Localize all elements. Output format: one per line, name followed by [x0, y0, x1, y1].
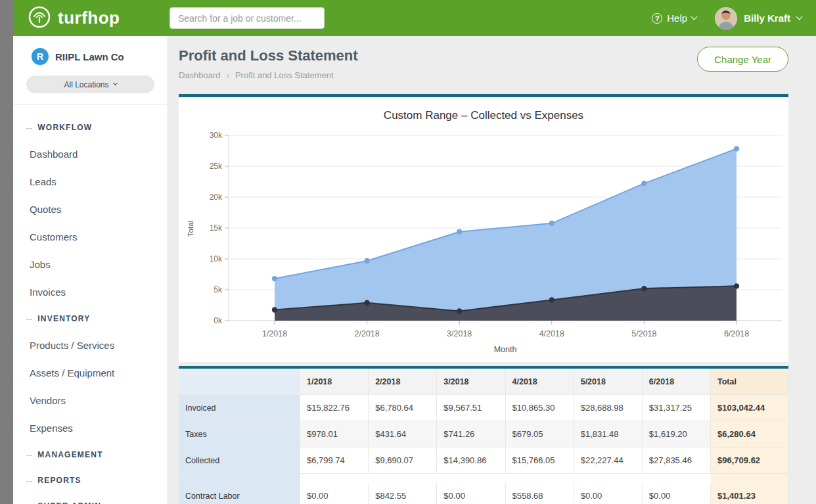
table-row-taxes: Taxes$978.01$431.64$741.26$679.05$1,831.…	[179, 421, 788, 447]
collected-point[interactable]	[364, 258, 369, 263]
x-axis-title: Month	[494, 345, 517, 354]
sidebar-item-dashboard[interactable]: Dashboard	[13, 141, 168, 168]
section-dash-icon: --	[26, 313, 32, 325]
table-cell: $679.05	[506, 421, 574, 447]
section-label: INVENTORY	[37, 313, 90, 325]
top-navbar: turfhop ? Help	[13, 0, 816, 36]
chart-title: Custom Range – Collected vs Expenses	[179, 97, 788, 124]
help-menu[interactable]: ? Help	[652, 12, 696, 24]
global-search-input[interactable]	[170, 7, 325, 29]
sidebar-section-workflow[interactable]: --WORKFLOW	[13, 115, 168, 141]
y-axis-title: Total	[187, 221, 194, 237]
section-label: WORKFLOW	[37, 122, 92, 133]
table-cell: $22,227.44	[574, 447, 643, 474]
table-cell: $741.26	[437, 421, 505, 447]
expenses-point[interactable]	[549, 297, 555, 302]
spacer-gap-cell	[300, 474, 711, 483]
sidebar-section-inventory[interactable]: --INVENTORY	[13, 306, 168, 332]
table-cell: $0.00	[437, 483, 505, 504]
table-cell: $9,690.07	[369, 447, 437, 474]
expenses-point[interactable]	[641, 286, 646, 291]
change-year-button[interactable]: Change Year	[697, 47, 788, 72]
turfhop-logo-icon	[28, 5, 51, 32]
collected-point[interactable]	[641, 181, 646, 186]
title-block: Profit and Loss Statement Dashboard › Pr…	[179, 47, 358, 81]
row-total: $1,401.23	[711, 483, 788, 504]
table-cell: $978.01	[300, 421, 369, 447]
table-cell: $0.00	[300, 483, 369, 504]
expenses-point[interactable]	[364, 300, 369, 306]
table-cell: $842.55	[369, 483, 437, 504]
sidebar-section-management[interactable]: --MANAGEMENT	[13, 442, 168, 468]
sidebar-item-quotes[interactable]: Quotes	[13, 196, 168, 223]
table-cell: $1,831.48	[574, 421, 643, 447]
brand-name: turfhop	[58, 8, 120, 28]
table-header-3-2018: 3/2018	[437, 369, 505, 395]
sidebar-item-vendors[interactable]: Vendors	[13, 387, 168, 415]
breadcrumb-current: Profit and Loss Statement	[235, 70, 334, 81]
x-tick-label: 4/2018	[539, 329, 564, 338]
chevron-down-icon	[691, 14, 698, 20]
table-cell: $14,390.86	[437, 447, 505, 474]
sidebar-item-jobs[interactable]: Jobs	[13, 251, 168, 279]
left-edge-strip	[0, 0, 13, 504]
sidebar-item-customers[interactable]: Customers	[13, 223, 168, 251]
sidebar-section-super-admin[interactable]: --SUPER ADMIN	[13, 493, 168, 504]
company-avatar: R	[32, 48, 49, 65]
sidebar-item-invoices[interactable]: Invoices	[13, 279, 168, 306]
pnl-chart[interactable]: 0k5k10k15k20k25k30k1/20182/20183/20184/2…	[179, 124, 788, 361]
user-menu[interactable]: Billy Kraft	[715, 7, 802, 30]
y-tick-label: 20k	[210, 193, 223, 202]
section-label: REPORTS	[37, 475, 81, 486]
table-header-1-2018: 1/2018	[300, 369, 369, 395]
section-dash-icon: --	[26, 449, 32, 461]
row-label: Collected	[179, 447, 300, 474]
sidebar-item-products-services[interactable]: Products / Services	[13, 332, 168, 359]
pnl-table: 1/20182/20183/20184/20185/20186/2018Tota…	[179, 366, 788, 504]
x-tick-label: 5/2018	[631, 329, 656, 338]
company-name: RIIPL Lawn Co	[55, 51, 124, 62]
table-header-6-2018: 6/2018	[643, 369, 711, 395]
section-dash-icon: --	[26, 501, 32, 504]
page-title: Profit and Loss Statement	[179, 47, 358, 65]
table-row-collected: Collected$6,799.74$9,690.07$14,390.86$15…	[179, 447, 788, 474]
section-dash-icon: --	[26, 475, 32, 486]
y-tick-label: 5k	[214, 285, 223, 294]
x-tick-label: 6/2018	[724, 329, 749, 338]
help-label: Help	[667, 12, 687, 24]
collected-point[interactable]	[457, 229, 462, 235]
y-tick-label: 10k	[210, 254, 223, 263]
table-cell: $0.00	[643, 483, 711, 504]
sidebar-item-expenses[interactable]: Expenses	[13, 415, 168, 442]
section-label: MANAGEMENT	[37, 449, 102, 461]
collected-point[interactable]	[734, 146, 739, 151]
table-header-total: Total	[711, 369, 788, 395]
section-dash-icon: --	[26, 122, 32, 133]
sidebar-item-leads[interactable]: Leads	[13, 168, 168, 196]
app-window: turfhop ? Help	[13, 0, 816, 504]
expenses-point[interactable]	[272, 307, 277, 312]
locations-selector[interactable]: All Locations	[26, 76, 154, 93]
sidebar-section-reports[interactable]: --REPORTS	[13, 468, 168, 493]
collected-point[interactable]	[272, 276, 277, 281]
breadcrumb-dashboard[interactable]: Dashboard	[179, 70, 221, 81]
table-header-empty	[179, 369, 300, 395]
table-header-row: 1/20182/20183/20184/20185/20186/2018Tota…	[179, 369, 788, 395]
company-header: R RIIPL Lawn Co	[13, 36, 168, 73]
main-content: Profit and Loss Statement Dashboard › Pr…	[168, 36, 816, 504]
table-header-2-2018: 2/2018	[369, 369, 437, 395]
collected-point[interactable]	[549, 221, 555, 226]
table-cell: $28,688.98	[574, 395, 643, 421]
help-icon: ?	[652, 13, 662, 24]
turfhop-logo[interactable]: turfhop	[28, 5, 170, 32]
table-cell: $10,865.30	[506, 395, 574, 421]
expenses-point[interactable]	[457, 308, 462, 313]
row-total: $96,709.62	[711, 447, 788, 474]
sidebar-item-assets-equipment[interactable]: Assets / Equipment	[13, 359, 168, 387]
chart-card: Custom Range – Collected vs Expenses 0k5…	[179, 94, 788, 362]
y-tick-label: 30k	[210, 131, 223, 140]
y-tick-label: 25k	[210, 162, 223, 171]
screen-frame: turfhop ? Help	[0, 0, 816, 504]
y-tick-label: 0k	[214, 316, 223, 325]
expenses-point[interactable]	[734, 283, 739, 288]
